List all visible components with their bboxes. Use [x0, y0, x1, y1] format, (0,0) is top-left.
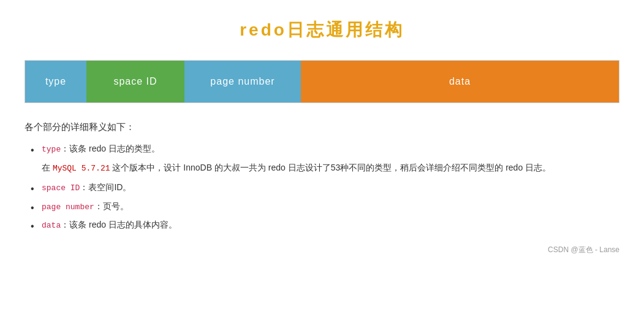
- spaceid-code: space ID: [42, 183, 80, 193]
- data-code: data: [42, 221, 61, 230]
- diagram-cell-pagenumber: page number: [184, 61, 301, 102]
- mysql-version: MySQL 5.7.21: [53, 164, 110, 173]
- bullet-list: type：该条 redo 日志的类型。: [25, 142, 619, 156]
- pagenumber-text: ：页号。: [94, 201, 129, 211]
- list-item-spaceid: space ID：表空间ID。: [31, 180, 619, 195]
- diagram: type space ID page number data: [25, 60, 619, 103]
- spaceid-text: ：表空间ID。: [80, 182, 131, 192]
- bullet-list-rest: space ID：表空间ID。 page number：页号。 data：该条 …: [25, 180, 619, 232]
- watermark: CSDN @蓝色 - Lanse: [25, 245, 619, 255]
- type-code: type: [42, 145, 61, 154]
- type-description-para: 在 MySQL 5.7.21 这个版本中，设计 InnoDB 的大叔一共为 re…: [25, 160, 619, 175]
- page-title: redo日志通用结构: [25, 18, 619, 42]
- data-text: ：该条 redo 日志的具体内容。: [61, 220, 177, 229]
- list-item-pagenumber: page number：页号。: [31, 199, 619, 214]
- list-item-type: type：该条 redo 日志的类型。: [31, 142, 619, 156]
- diagram-cell-spaceid: space ID: [86, 61, 184, 102]
- type-text: ：该条 redo 日志的类型。: [61, 144, 160, 153]
- para-text: 这个版本中，设计 InnoDB 的大叔一共为 redo 日志设计了53种不同的类…: [112, 163, 551, 172]
- pagenumber-code: page number: [42, 202, 94, 212]
- diagram-cell-data: data: [301, 61, 619, 102]
- diagram-cell-type: type: [25, 61, 86, 102]
- list-item-data: data：该条 redo 日志的具体内容。: [31, 218, 619, 233]
- description-title: 各个部分的详细释义如下：: [25, 121, 619, 133]
